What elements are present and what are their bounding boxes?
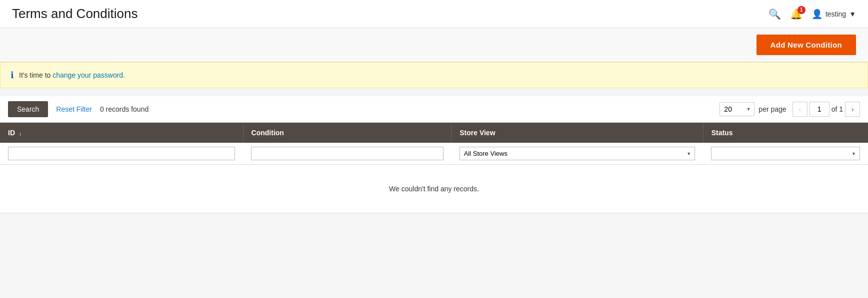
add-new-condition-button[interactable]: Add New Condition [756, 35, 856, 55]
sort-arrow-icon: ↓ [19, 130, 22, 136]
reset-filter-button[interactable]: Reset Filter [54, 105, 94, 113]
search-icon: 🔍 [768, 9, 781, 20]
filter-store-view-wrapper: All Store Views [460, 147, 695, 160]
content-area: Search Reset Filter 0 records found 20 3… [0, 96, 868, 213]
info-icon: ℹ [10, 70, 14, 81]
records-count: 0 records found [100, 105, 148, 113]
page-title: Terms and Conditions [12, 6, 138, 22]
search-button[interactable]: Search [8, 101, 48, 117]
per-page-select[interactable]: 20 30 50 100 200 [720, 102, 754, 116]
filter-status-wrapper [711, 147, 860, 160]
filter-cell-store-view: All Store Views [452, 143, 703, 165]
user-chevron-icon: ▼ [849, 10, 856, 18]
page-of-label: of 1 [832, 105, 843, 113]
table-header-row: ID ↓ Condition Store View Status [0, 123, 868, 143]
user-icon: 👤 [812, 9, 822, 20]
search-icon-button[interactable]: 🔍 [768, 8, 781, 20]
filter-condition-input[interactable] [251, 147, 444, 160]
filter-cell-condition [243, 143, 452, 165]
header-right: 🔍 🔔 1 👤 testing ▼ [768, 8, 856, 20]
notice-banner: ℹ It's time to change your password. [0, 62, 868, 88]
action-bar: Add New Condition [0, 28, 868, 62]
page-number-input[interactable] [810, 102, 830, 117]
filter-row: All Store Views [0, 143, 868, 165]
pagination-group: ‹ of 1 › [792, 102, 860, 117]
grid-toolbar: Search Reset Filter 0 records found 20 3… [0, 96, 868, 123]
column-header-condition: Condition [243, 123, 452, 143]
empty-message: We couldn't find any records. [0, 165, 868, 213]
top-header: Terms and Conditions 🔍 🔔 1 👤 testing ▼ [0, 0, 868, 28]
username-label: testing [826, 10, 846, 18]
data-table: ID ↓ Condition Store View Status [0, 123, 868, 213]
notification-badge: 1 [798, 6, 806, 14]
per-page-label: per page [758, 105, 786, 113]
filter-store-view-select[interactable]: All Store Views [460, 147, 695, 160]
notification-button[interactable]: 🔔 1 [790, 8, 802, 20]
column-header-store-view: Store View [452, 123, 703, 143]
notice-text-before: It's time to [19, 71, 52, 79]
empty-row: We couldn't find any records. [0, 165, 868, 213]
per-page-group: 20 30 50 100 200 per page [720, 102, 786, 116]
filter-id-input[interactable] [8, 147, 235, 160]
column-header-id[interactable]: ID ↓ [0, 123, 243, 143]
notice-text: It's time to change your password. [19, 71, 125, 79]
filter-cell-status [703, 143, 868, 165]
change-password-link[interactable]: change your password. [52, 71, 125, 79]
per-page-select-wrapper: 20 30 50 100 200 [720, 102, 754, 116]
user-menu-button[interactable]: 👤 testing ▼ [812, 9, 856, 20]
filter-status-select[interactable] [711, 147, 860, 160]
next-page-button[interactable]: › [845, 102, 860, 117]
filter-cell-id [0, 143, 243, 165]
column-header-status: Status [703, 123, 868, 143]
prev-page-button[interactable]: ‹ [792, 102, 808, 117]
